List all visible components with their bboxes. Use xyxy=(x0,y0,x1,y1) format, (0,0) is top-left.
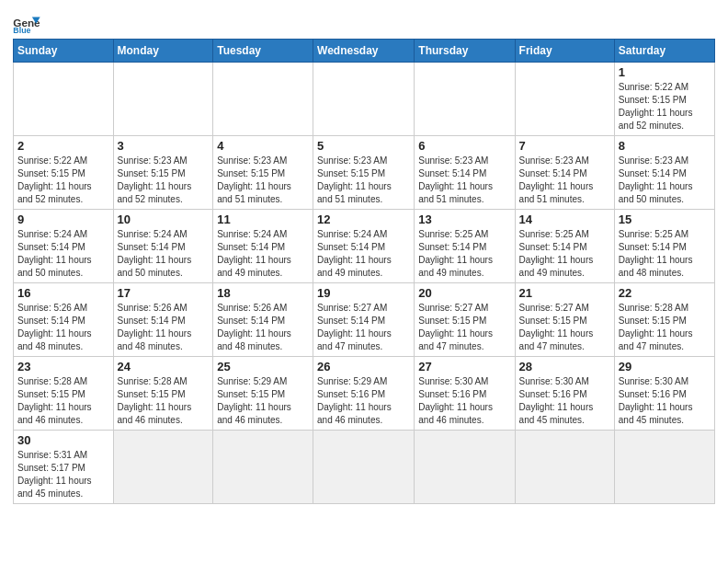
day-info: Sunrise: 5:26 AMSunset: 5:14 PMDaylight:… xyxy=(217,302,309,353)
day-info: Sunrise: 5:23 AMSunset: 5:15 PMDaylight:… xyxy=(118,155,210,206)
day-info: Sunrise: 5:23 AMSunset: 5:15 PMDaylight:… xyxy=(317,155,410,206)
col-saturday: Saturday xyxy=(614,40,714,63)
day-cell: 5Sunrise: 5:23 AMSunset: 5:15 PMDaylight… xyxy=(313,136,415,210)
day-info: Sunrise: 5:25 AMSunset: 5:14 PMDaylight:… xyxy=(418,228,510,280)
day-cell xyxy=(313,431,415,504)
day-info: Sunrise: 5:24 AMSunset: 5:14 PMDaylight:… xyxy=(118,228,210,280)
page: General Blue Sunday Monday Tuesday Wedne… xyxy=(0,0,728,563)
day-number: 3 xyxy=(118,139,210,153)
week-row-6: 30Sunrise: 5:31 AMSunset: 5:17 PMDayligh… xyxy=(14,431,715,504)
day-cell: 20Sunrise: 5:27 AMSunset: 5:15 PMDayligh… xyxy=(415,283,515,357)
day-cell: 22Sunrise: 5:28 AMSunset: 5:15 PMDayligh… xyxy=(614,283,714,357)
day-info: Sunrise: 5:24 AMSunset: 5:14 PMDaylight:… xyxy=(317,228,410,280)
day-cell: 6Sunrise: 5:23 AMSunset: 5:14 PMDaylight… xyxy=(415,136,515,210)
day-cell: 11Sunrise: 5:24 AMSunset: 5:14 PMDayligh… xyxy=(213,210,313,283)
day-number: 27 xyxy=(418,360,510,373)
day-cell: 8Sunrise: 5:23 AMSunset: 5:14 PMDaylight… xyxy=(614,136,714,210)
day-number: 30 xyxy=(17,433,109,447)
day-cell: 21Sunrise: 5:27 AMSunset: 5:15 PMDayligh… xyxy=(515,283,614,357)
day-cell: 18Sunrise: 5:26 AMSunset: 5:14 PMDayligh… xyxy=(213,283,313,357)
day-number: 20 xyxy=(418,286,510,300)
day-number: 25 xyxy=(217,360,309,373)
day-info: Sunrise: 5:29 AMSunset: 5:15 PMDaylight:… xyxy=(217,375,309,427)
day-number: 11 xyxy=(217,213,309,226)
day-info: Sunrise: 5:25 AMSunset: 5:14 PMDaylight:… xyxy=(519,228,610,280)
day-cell xyxy=(113,431,213,504)
week-row-4: 16Sunrise: 5:26 AMSunset: 5:14 PMDayligh… xyxy=(14,283,715,357)
day-number: 26 xyxy=(317,360,410,373)
day-info: Sunrise: 5:29 AMSunset: 5:16 PMDaylight:… xyxy=(317,375,410,427)
day-number: 8 xyxy=(619,139,711,153)
day-number: 2 xyxy=(17,139,109,153)
day-cell: 1Sunrise: 5:22 AMSunset: 5:15 PMDaylight… xyxy=(614,63,714,136)
day-info: Sunrise: 5:31 AMSunset: 5:17 PMDaylight:… xyxy=(17,449,109,500)
day-cell: 30Sunrise: 5:31 AMSunset: 5:17 PMDayligh… xyxy=(14,431,114,504)
day-number: 28 xyxy=(519,360,610,373)
day-number: 12 xyxy=(317,213,410,226)
day-info: Sunrise: 5:26 AMSunset: 5:14 PMDaylight:… xyxy=(118,302,210,353)
day-info: Sunrise: 5:22 AMSunset: 5:15 PMDaylight:… xyxy=(619,81,711,132)
day-number: 13 xyxy=(418,213,510,226)
day-info: Sunrise: 5:28 AMSunset: 5:15 PMDaylight:… xyxy=(118,375,210,427)
day-cell xyxy=(213,63,313,136)
day-cell: 28Sunrise: 5:30 AMSunset: 5:16 PMDayligh… xyxy=(515,357,614,431)
day-info: Sunrise: 5:23 AMSunset: 5:14 PMDaylight:… xyxy=(418,155,510,206)
day-cell: 19Sunrise: 5:27 AMSunset: 5:14 PMDayligh… xyxy=(313,283,415,357)
day-number: 4 xyxy=(217,139,309,153)
day-cell xyxy=(515,431,614,504)
day-info: Sunrise: 5:27 AMSunset: 5:15 PMDaylight:… xyxy=(519,302,610,353)
col-thursday: Thursday xyxy=(415,40,515,63)
day-info: Sunrise: 5:23 AMSunset: 5:14 PMDaylight:… xyxy=(519,155,610,206)
day-cell xyxy=(14,63,114,136)
day-info: Sunrise: 5:27 AMSunset: 5:15 PMDaylight:… xyxy=(418,302,510,353)
day-number: 14 xyxy=(519,213,610,226)
day-cell: 4Sunrise: 5:23 AMSunset: 5:15 PMDaylight… xyxy=(213,136,313,210)
day-number: 18 xyxy=(217,286,309,300)
day-info: Sunrise: 5:27 AMSunset: 5:14 PMDaylight:… xyxy=(317,302,410,353)
day-number: 22 xyxy=(619,286,711,300)
day-number: 9 xyxy=(17,213,109,226)
day-number: 16 xyxy=(17,286,109,300)
day-cell: 25Sunrise: 5:29 AMSunset: 5:15 PMDayligh… xyxy=(213,357,313,431)
day-cell: 3Sunrise: 5:23 AMSunset: 5:15 PMDaylight… xyxy=(113,136,213,210)
day-number: 24 xyxy=(118,360,210,373)
col-tuesday: Tuesday xyxy=(213,40,313,63)
day-cell: 14Sunrise: 5:25 AMSunset: 5:14 PMDayligh… xyxy=(515,210,614,283)
day-cell xyxy=(614,431,714,504)
week-row-5: 23Sunrise: 5:28 AMSunset: 5:15 PMDayligh… xyxy=(14,357,715,431)
day-number: 15 xyxy=(619,213,711,226)
day-number: 7 xyxy=(519,139,610,153)
day-cell xyxy=(313,63,415,136)
day-cell: 24Sunrise: 5:28 AMSunset: 5:15 PMDayligh… xyxy=(113,357,213,431)
day-cell: 15Sunrise: 5:25 AMSunset: 5:14 PMDayligh… xyxy=(614,210,714,283)
day-cell: 12Sunrise: 5:24 AMSunset: 5:14 PMDayligh… xyxy=(313,210,415,283)
col-sunday: Sunday xyxy=(14,40,114,63)
header-row: Sunday Monday Tuesday Wednesday Thursday… xyxy=(14,40,715,63)
day-info: Sunrise: 5:22 AMSunset: 5:15 PMDaylight:… xyxy=(17,155,109,206)
logo-icon: General Blue xyxy=(13,13,40,33)
day-cell: 2Sunrise: 5:22 AMSunset: 5:15 PMDaylight… xyxy=(14,136,114,210)
day-number: 23 xyxy=(17,360,109,373)
day-cell: 16Sunrise: 5:26 AMSunset: 5:14 PMDayligh… xyxy=(14,283,114,357)
day-info: Sunrise: 5:24 AMSunset: 5:14 PMDaylight:… xyxy=(17,228,109,280)
day-number: 19 xyxy=(317,286,410,300)
day-info: Sunrise: 5:30 AMSunset: 5:16 PMDaylight:… xyxy=(619,375,711,427)
week-row-1: 1Sunrise: 5:22 AMSunset: 5:15 PMDaylight… xyxy=(14,63,715,136)
week-row-2: 2Sunrise: 5:22 AMSunset: 5:15 PMDaylight… xyxy=(14,136,715,210)
day-cell: 17Sunrise: 5:26 AMSunset: 5:14 PMDayligh… xyxy=(113,283,213,357)
logo: General Blue xyxy=(13,13,44,33)
day-cell xyxy=(515,63,614,136)
col-wednesday: Wednesday xyxy=(313,40,415,63)
day-cell xyxy=(415,63,515,136)
day-cell: 13Sunrise: 5:25 AMSunset: 5:14 PMDayligh… xyxy=(415,210,515,283)
day-info: Sunrise: 5:23 AMSunset: 5:14 PMDaylight:… xyxy=(619,155,711,206)
day-info: Sunrise: 5:23 AMSunset: 5:15 PMDaylight:… xyxy=(217,155,309,206)
calendar-body: 1Sunrise: 5:22 AMSunset: 5:15 PMDaylight… xyxy=(14,63,715,504)
calendar: Sunday Monday Tuesday Wednesday Thursday… xyxy=(13,39,715,504)
day-cell xyxy=(213,431,313,504)
day-cell: 7Sunrise: 5:23 AMSunset: 5:14 PMDaylight… xyxy=(515,136,614,210)
day-number: 10 xyxy=(118,213,210,226)
svg-text:Blue: Blue xyxy=(13,26,30,33)
day-number: 21 xyxy=(519,286,610,300)
day-cell: 23Sunrise: 5:28 AMSunset: 5:15 PMDayligh… xyxy=(14,357,114,431)
